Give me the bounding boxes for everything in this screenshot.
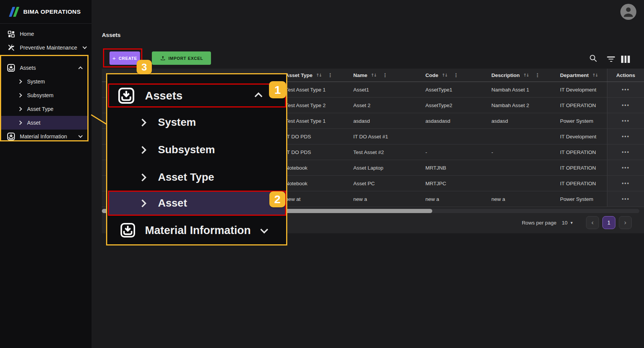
cell-department: IT Development — [555, 82, 607, 97]
cell-name: Asset Laptop — [349, 160, 421, 175]
header-cell-name: Name ↑↓ ⋮ — [349, 69, 421, 82]
row-actions-button[interactable]: ••• — [622, 87, 630, 93]
header-cell-department: Department ↑↓ — [555, 69, 607, 82]
pagination: Rows per page 10 ▾ ‹ 1 › — [522, 216, 632, 229]
sidebar-item-subsystem[interactable]: Subsystem — [1, 88, 87, 102]
import-excel-button[interactable]: IMPORT EXCEL — [152, 51, 211, 65]
cell-department: IT OPERATION — [555, 98, 607, 113]
asset-box-icon — [118, 87, 135, 104]
sidebar-item-assets[interactable]: Assets — [1, 61, 87, 75]
cell-code — [421, 129, 487, 144]
column-menu-icon[interactable]: ⋮ — [535, 72, 540, 78]
overlay-item-asset[interactable]: Asset — [108, 191, 286, 216]
annotation-badge-1: 1 — [269, 81, 286, 98]
overlay-item-system[interactable]: System — [108, 113, 286, 132]
row-actions-button[interactable]: ••• — [622, 165, 630, 171]
cell-name: Asset1 — [349, 82, 421, 97]
asset-box-icon — [7, 132, 15, 141]
cell-actions: ••• — [607, 191, 644, 207]
overlay-item-assets[interactable]: Assets — [108, 83, 286, 107]
import-excel-label: IMPORT EXCEL — [169, 56, 203, 61]
sidebar-item-home[interactable]: Home — [0, 27, 92, 41]
sidebar: BIMA OPERATIONS Home Preventive Maintena… — [0, 0, 92, 348]
cell-name: asdasd — [349, 113, 421, 128]
overlay-item-asset-type[interactable]: Asset Type — [108, 168, 286, 187]
chevron-down-icon — [260, 225, 268, 233]
cell-code: asdasdasd — [421, 113, 487, 128]
cell-asset-type: Test Asset Type 2 — [281, 98, 349, 113]
cell-code: AssetType1 — [421, 82, 487, 97]
search-icon[interactable] — [589, 54, 598, 64]
row-actions-button[interactable]: ••• — [622, 133, 630, 140]
column-menu-icon[interactable]: ⋮ — [453, 72, 459, 78]
row-actions-button[interactable]: ••• — [622, 149, 630, 155]
chevron-right-icon — [18, 79, 22, 83]
overlay-item-subsystem[interactable]: Subsystem — [108, 140, 286, 159]
cell-asset-type: Test Asset Type 1 — [281, 82, 349, 97]
sidebar-item-label: Asset Type — [27, 106, 53, 112]
upload-icon — [160, 55, 166, 61]
overlay-item-material-information[interactable]: Material Information — [108, 219, 286, 241]
cell-asset-type: IT DO PDS — [281, 144, 349, 160]
column-label: Name — [353, 72, 367, 78]
sort-icon[interactable]: ↑↓ — [371, 73, 376, 78]
user-avatar[interactable] — [620, 4, 636, 20]
sidebar-item-label: System — [27, 79, 45, 85]
sidebar-item-asset[interactable]: Asset — [1, 116, 87, 130]
cell-actions: ••• — [607, 82, 644, 97]
chevron-down-icon — [78, 133, 82, 138]
cell-department: IT OPERATION — [555, 176, 607, 191]
filter-icon[interactable] — [607, 56, 615, 63]
column-menu-icon[interactable]: ⋮ — [382, 72, 388, 78]
cell-name: Test Asset #2 — [349, 144, 421, 160]
sidebar-item-material-information[interactable]: Material Information — [1, 130, 87, 143]
sidebar-item-preventive-maintenance[interactable]: Preventive Maintenance — [0, 41, 92, 55]
sidebar-assets-group-annotation: Assets System Subsystem Asset Type Asset… — [0, 55, 89, 141]
header-cell-code: Code ↑↓ ⋮ — [421, 69, 487, 82]
row-actions-button[interactable]: ••• — [622, 196, 630, 202]
cell-name: Asset 2 — [349, 98, 421, 113]
overlay-item-label: Material Information — [145, 224, 251, 237]
cell-description — [487, 176, 555, 191]
rows-per-page-value: 10 — [562, 220, 567, 226]
cell-description: Nambah Asset 1 — [487, 82, 555, 97]
column-menu-icon[interactable]: ⋮ — [327, 72, 333, 78]
sort-icon[interactable]: ↑↓ — [523, 73, 528, 78]
plus-icon: + — [112, 55, 116, 61]
sidebar-item-asset-type[interactable]: Asset Type — [1, 102, 87, 116]
page-1-button[interactable]: 1 — [602, 216, 615, 229]
previous-page-button[interactable]: ‹ — [586, 216, 599, 229]
next-page-button[interactable]: › — [619, 216, 632, 229]
header-cell-description: Description ↑↓ ⋮ — [487, 69, 555, 82]
sidebar-item-system[interactable]: System — [1, 75, 87, 88]
cell-department: IT OPERATION — [555, 144, 607, 160]
chevron-down-icon — [82, 45, 87, 49]
cell-code: - — [421, 144, 487, 160]
create-button[interactable]: + CREATE — [109, 51, 140, 65]
sort-icon[interactable]: ↑↓ — [316, 73, 321, 78]
cell-code: AssetType2 — [421, 98, 487, 113]
cell-asset-type: IT DO PDS — [281, 129, 349, 144]
page-title: Assets — [102, 32, 121, 38]
row-actions-button[interactable]: ••• — [622, 180, 630, 186]
header-cell-asset-type: Asset Type ↑↓ ⋮ — [281, 69, 349, 82]
home-grid-icon — [7, 30, 15, 38]
overlay-item-label: Asset Type — [158, 171, 214, 183]
sort-icon[interactable]: ↑↓ — [442, 73, 447, 78]
rows-per-page-select[interactable]: 10 ▾ — [562, 220, 573, 226]
row-actions-button[interactable]: ••• — [622, 102, 630, 108]
columns-icon[interactable] — [621, 56, 630, 63]
cell-code: MRTJPC — [421, 176, 487, 191]
cell-code: new a — [421, 191, 487, 207]
cell-department: Power System — [555, 191, 607, 207]
overlay-item-label: System — [158, 116, 196, 128]
cell-name: Asset PC — [349, 176, 421, 191]
row-actions-button[interactable]: ••• — [622, 118, 630, 124]
chevron-right-icon — [138, 173, 147, 181]
sort-icon[interactable]: ↑↓ — [592, 73, 597, 78]
brand-name: BIMA OPERATIONS — [23, 8, 81, 15]
caret-down-icon: ▾ — [570, 220, 573, 225]
cell-name: new a — [349, 191, 421, 207]
header-cell-actions: Actions — [607, 69, 644, 82]
chevron-right-icon — [138, 146, 147, 154]
